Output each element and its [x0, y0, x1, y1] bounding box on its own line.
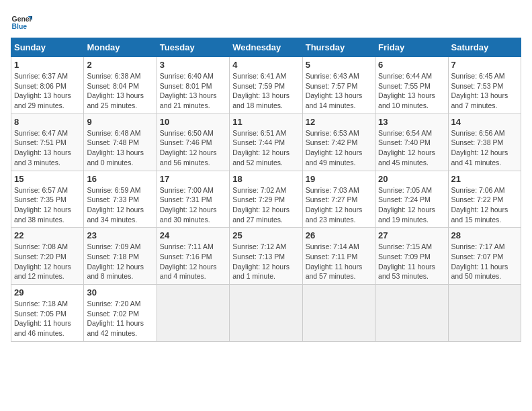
day-number: 19: [306, 174, 372, 184]
calendar-cell: 2Sunrise: 6:38 AMSunset: 8:04 PMDaylight…: [84, 57, 157, 114]
calendar-cell: [302, 285, 375, 342]
day-number: 24: [160, 230, 226, 240]
day-detail: Sunrise: 7:17 AMSunset: 7:07 PMDaylight:…: [451, 242, 518, 281]
calendar-cell: [157, 285, 229, 342]
day-number: 28: [451, 230, 518, 240]
weekday-header-friday: Friday: [375, 38, 448, 57]
day-detail: Sunrise: 7:02 AMSunset: 7:29 PMDaylight:…: [232, 185, 299, 225]
weekday-header-wednesday: Wednesday: [230, 38, 302, 57]
day-detail: Sunrise: 6:50 AMSunset: 7:46 PMDaylight:…: [160, 128, 226, 168]
calendar-week-row: 29Sunrise: 7:18 AMSunset: 7:05 PMDayligh…: [11, 285, 521, 342]
day-number: 9: [87, 117, 153, 127]
calendar-cell: 4Sunrise: 6:41 AMSunset: 7:59 PMDaylight…: [230, 57, 302, 114]
day-detail: Sunrise: 6:44 AMSunset: 7:55 PMDaylight:…: [378, 71, 445, 111]
day-number: 12: [306, 117, 372, 127]
day-detail: Sunrise: 6:53 AMSunset: 7:42 PMDaylight:…: [306, 128, 372, 168]
calendar-cell: 26Sunrise: 7:14 AMSunset: 7:11 PMDayligh…: [302, 228, 375, 285]
calendar-cell: 3Sunrise: 6:40 AMSunset: 8:01 PMDaylight…: [157, 57, 229, 114]
day-number: 20: [378, 174, 445, 184]
weekday-header-row: SundayMondayTuesdayWednesdayThursdayFrid…: [11, 38, 521, 57]
svg-text:Blue: Blue: [12, 23, 28, 30]
calendar-week-row: 8Sunrise: 6:47 AMSunset: 7:51 PMDaylight…: [11, 113, 521, 171]
calendar-cell: [448, 285, 521, 342]
calendar-cell: 22Sunrise: 7:08 AMSunset: 7:20 PMDayligh…: [11, 228, 84, 285]
calendar-cell: 19Sunrise: 7:03 AMSunset: 7:27 PMDayligh…: [302, 171, 375, 228]
day-detail: Sunrise: 7:14 AMSunset: 7:11 PMDaylight:…: [306, 242, 372, 281]
day-detail: Sunrise: 7:18 AMSunset: 7:05 PMDaylight:…: [14, 299, 81, 338]
calendar-week-row: 15Sunrise: 6:57 AMSunset: 7:35 PMDayligh…: [11, 171, 521, 228]
day-detail: Sunrise: 6:37 AMSunset: 8:06 PMDaylight:…: [14, 71, 81, 111]
day-number: 30: [87, 287, 153, 298]
calendar-cell: 21Sunrise: 7:06 AMSunset: 7:22 PMDayligh…: [448, 171, 521, 228]
weekday-header-thursday: Thursday: [302, 38, 375, 57]
day-detail: Sunrise: 7:12 AMSunset: 7:13 PMDaylight:…: [232, 242, 299, 281]
calendar-week-row: 1Sunrise: 6:37 AMSunset: 8:06 PMDaylight…: [11, 57, 521, 114]
weekday-header-sunday: Sunday: [11, 38, 84, 57]
day-detail: Sunrise: 6:57 AMSunset: 7:35 PMDaylight:…: [14, 185, 81, 225]
day-number: 5: [306, 60, 372, 70]
day-number: 27: [378, 230, 445, 240]
day-number: 21: [451, 174, 518, 184]
day-number: 26: [306, 230, 372, 240]
weekday-header-tuesday: Tuesday: [157, 38, 229, 57]
calendar-cell: 5Sunrise: 6:43 AMSunset: 7:57 PMDaylight…: [302, 57, 375, 114]
day-number: 7: [451, 60, 518, 70]
day-number: 22: [14, 230, 81, 240]
day-number: 3: [160, 60, 226, 70]
day-detail: Sunrise: 6:47 AMSunset: 7:51 PMDaylight:…: [14, 128, 81, 168]
day-number: 2: [87, 60, 153, 70]
calendar-cell: 9Sunrise: 6:48 AMSunset: 7:48 PMDaylight…: [84, 113, 157, 171]
day-detail: Sunrise: 6:41 AMSunset: 7:59 PMDaylight:…: [232, 71, 299, 111]
calendar-cell: 8Sunrise: 6:47 AMSunset: 7:51 PMDaylight…: [11, 113, 84, 171]
day-number: 29: [14, 287, 81, 298]
day-detail: Sunrise: 7:09 AMSunset: 7:18 PMDaylight:…: [87, 242, 153, 281]
day-detail: Sunrise: 7:20 AMSunset: 7:02 PMDaylight:…: [87, 299, 153, 338]
calendar-cell: 23Sunrise: 7:09 AMSunset: 7:18 PMDayligh…: [84, 228, 157, 285]
logo-icon: General Blue: [11, 11, 32, 32]
day-detail: Sunrise: 6:56 AMSunset: 7:38 PMDaylight:…: [451, 128, 518, 168]
calendar-week-row: 22Sunrise: 7:08 AMSunset: 7:20 PMDayligh…: [11, 228, 521, 285]
day-number: 14: [451, 117, 518, 127]
day-detail: Sunrise: 7:05 AMSunset: 7:24 PMDaylight:…: [378, 185, 445, 225]
calendar-cell: 27Sunrise: 7:15 AMSunset: 7:09 PMDayligh…: [375, 228, 448, 285]
day-number: 17: [160, 174, 226, 184]
calendar-cell: 15Sunrise: 6:57 AMSunset: 7:35 PMDayligh…: [11, 171, 84, 228]
day-number: 13: [378, 117, 445, 127]
calendar-cell: 11Sunrise: 6:51 AMSunset: 7:44 PMDayligh…: [230, 113, 302, 171]
calendar-cell: 24Sunrise: 7:11 AMSunset: 7:16 PMDayligh…: [157, 228, 229, 285]
calendar-cell: 1Sunrise: 6:37 AMSunset: 8:06 PMDaylight…: [11, 57, 84, 114]
calendar-cell: 16Sunrise: 6:59 AMSunset: 7:33 PMDayligh…: [84, 171, 157, 228]
day-detail: Sunrise: 6:48 AMSunset: 7:48 PMDaylight:…: [87, 128, 153, 168]
day-detail: Sunrise: 6:43 AMSunset: 7:57 PMDaylight:…: [306, 71, 372, 111]
day-number: 11: [232, 117, 299, 127]
day-number: 1: [14, 60, 81, 70]
calendar-cell: [375, 285, 448, 342]
header: General Blue: [11, 11, 521, 32]
day-detail: Sunrise: 7:15 AMSunset: 7:09 PMDaylight:…: [378, 242, 445, 281]
day-number: 4: [232, 60, 299, 70]
day-number: 10: [160, 117, 226, 127]
day-detail: Sunrise: 6:51 AMSunset: 7:44 PMDaylight:…: [232, 128, 299, 168]
weekday-header-saturday: Saturday: [448, 38, 521, 57]
day-detail: Sunrise: 6:38 AMSunset: 8:04 PMDaylight:…: [87, 71, 153, 111]
day-number: 25: [232, 230, 299, 240]
day-detail: Sunrise: 6:54 AMSunset: 7:40 PMDaylight:…: [378, 128, 445, 168]
day-number: 16: [87, 174, 153, 184]
calendar-cell: 12Sunrise: 6:53 AMSunset: 7:42 PMDayligh…: [302, 113, 375, 171]
day-detail: Sunrise: 7:06 AMSunset: 7:22 PMDaylight:…: [451, 185, 518, 225]
calendar-cell: 28Sunrise: 7:17 AMSunset: 7:07 PMDayligh…: [448, 228, 521, 285]
day-detail: Sunrise: 6:45 AMSunset: 7:53 PMDaylight:…: [451, 71, 518, 111]
day-detail: Sunrise: 6:59 AMSunset: 7:33 PMDaylight:…: [87, 185, 153, 225]
day-number: 6: [378, 60, 445, 70]
calendar-cell: 20Sunrise: 7:05 AMSunset: 7:24 PMDayligh…: [375, 171, 448, 228]
day-number: 15: [14, 174, 81, 184]
calendar-cell: 29Sunrise: 7:18 AMSunset: 7:05 PMDayligh…: [11, 285, 84, 342]
calendar-cell: [230, 285, 302, 342]
calendar-cell: 6Sunrise: 6:44 AMSunset: 7:55 PMDaylight…: [375, 57, 448, 114]
day-detail: Sunrise: 6:40 AMSunset: 8:01 PMDaylight:…: [160, 71, 226, 111]
day-detail: Sunrise: 7:03 AMSunset: 7:27 PMDaylight:…: [306, 185, 372, 225]
calendar-cell: 14Sunrise: 6:56 AMSunset: 7:38 PMDayligh…: [448, 113, 521, 171]
day-number: 23: [87, 230, 153, 240]
calendar-cell: 18Sunrise: 7:02 AMSunset: 7:29 PMDayligh…: [230, 171, 302, 228]
day-detail: Sunrise: 7:00 AMSunset: 7:31 PMDaylight:…: [160, 185, 226, 225]
